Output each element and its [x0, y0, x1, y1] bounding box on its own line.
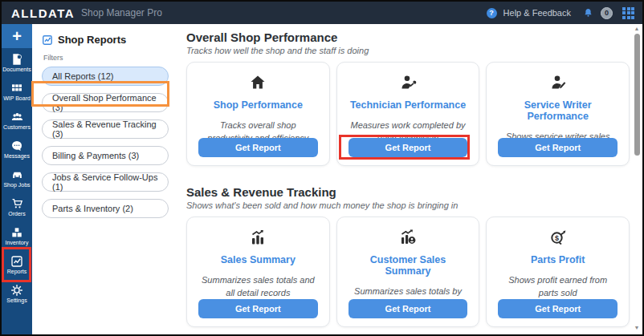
get-report-button-customer-sales-summary[interactable]: Get Report [348, 299, 468, 318]
notification-count-badge: 0 [601, 7, 613, 19]
filter-pill-all-reports[interactable]: All Reports (12) [42, 67, 169, 86]
sidebar-item-reports[interactable]: Reports [2, 250, 32, 279]
card-technician-performance: Technician Performance Measures work com… [336, 62, 480, 166]
reports-content: Overall Shop Performance Tracks how well… [175, 24, 633, 334]
filter-pill-jobs-service-follow-ups[interactable]: Jobs & Service Follow-Ups (1) [42, 172, 169, 192]
sidebar-item-wip-board[interactable]: WIP Board [2, 77, 32, 106]
card-sales-summary: Sales Summary Summarizes sales totals an… [186, 217, 330, 327]
get-report-button-service-writer-performance[interactable]: Get Report [498, 138, 618, 157]
card-shop-performance: Shop Performance Tracks overall shop pro… [186, 62, 330, 166]
card-title: Customer Sales Summary [348, 254, 468, 277]
bar-chart-icon [247, 228, 268, 247]
icon-sidebar: + Documents WIP Board [2, 24, 32, 334]
card-title: Technician Performance [350, 99, 466, 111]
card-description: Summarizes sales totals and all detail r… [198, 274, 318, 300]
service-writer-icon [548, 73, 569, 92]
customer-chart-icon [397, 228, 418, 247]
app-window: ALLDATA Shop Manager Pro ? Help & Feedba… [0, 0, 644, 336]
section-overall-shop-performance: Overall Shop Performance Tracks how well… [186, 30, 630, 166]
help-icon[interactable]: ? [487, 8, 497, 18]
filter-pill-billing-payments[interactable]: Billing & Payments (3) [42, 146, 169, 165]
vertical-scrollbar[interactable]: ▲ ▼ [633, 24, 642, 334]
people-icon [10, 111, 24, 123]
card-title: Sales Summary [221, 254, 296, 265]
card-description: Shows profit earned from parts sold [498, 274, 618, 300]
top-bar-right: ? Help & Feedback 0 [487, 7, 634, 19]
filter-pill-sales-revenue-tracking[interactable]: Sales & Revenue Tracking (3) [42, 119, 169, 139]
card-title: Shop Performance [214, 99, 303, 111]
sidebar-item-messages[interactable]: Messages [2, 135, 32, 164]
get-report-button-parts-profit[interactable]: Get Report [498, 299, 618, 318]
boxes-icon [10, 226, 23, 239]
get-report-button-technician-performance[interactable]: Get Report [348, 138, 468, 157]
gear-icon [10, 284, 23, 297]
add-button[interactable]: + [2, 24, 32, 48]
top-bar: ALLDATA Shop Manager Pro ? Help & Feedba… [2, 2, 642, 24]
card-service-writer-performance: Service Writer Performance Shows service… [486, 62, 630, 166]
sidebar-item-settings[interactable]: Settings [2, 279, 32, 308]
card-customer-sales-summary: Customer Sales Summary Summarizes sales … [336, 217, 480, 327]
get-report-button-shop-performance[interactable]: Get Report [198, 138, 318, 157]
grid-board-icon [10, 82, 23, 95]
scrollbar-up-arrow[interactable]: ▲ [633, 26, 641, 32]
filter-pill-overall-shop-performance[interactable]: Overall Shop Performance (3) [42, 93, 169, 112]
help-feedback-link[interactable]: Help & Feedback [503, 8, 571, 18]
card-parts-profit: $ Parts Profit Shows profit earned from … [486, 217, 630, 327]
card-title: Parts Profit [531, 254, 585, 265]
filters-panel-header: Shop Reports [42, 34, 167, 46]
section-title: Overall Shop Performance [186, 30, 630, 44]
filter-pill-parts-inventory[interactable]: Parts & Inventory (2) [42, 199, 169, 218]
apps-grid-icon[interactable] [622, 7, 634, 19]
parts-profit-icon: $ [548, 228, 569, 247]
svg-text:$: $ [555, 234, 559, 242]
chart-icon [10, 255, 23, 268]
home-icon [247, 73, 268, 92]
alldata-logo: ALLDATA [11, 6, 75, 20]
filters-label: Filters [43, 54, 167, 62]
sidebar-item-orders[interactable]: Orders [2, 192, 32, 221]
section-title: Sales & Revenue Tracking [186, 185, 630, 199]
get-report-button-sales-summary[interactable]: Get Report [198, 299, 318, 318]
filters-panel: Shop Reports Filters All Reports (12) Ov… [32, 24, 175, 334]
chat-bubble-icon [10, 140, 23, 152]
sidebar-item-shop-jobs[interactable]: Shop Jobs [2, 164, 32, 192]
sidebar-item-customers[interactable]: Customers [2, 106, 32, 135]
sidebar-item-inventory[interactable]: Inventory [2, 221, 32, 250]
app-title: Shop Manager Pro [81, 7, 162, 18]
technician-icon [397, 73, 418, 92]
section-subtitle: Shows what's been sold and how much mone… [186, 200, 630, 210]
shop-reports-icon [42, 34, 53, 46]
cart-icon [10, 197, 24, 210]
section-sales-revenue-tracking: Sales & Revenue Tracking Shows what's be… [186, 185, 630, 327]
filters-panel-title: Shop Reports [58, 34, 126, 46]
card-title: Service Writer Performance [498, 99, 618, 122]
section-subtitle: Tracks how well the shop and the staff i… [186, 46, 630, 55]
scrollbar-down-arrow[interactable]: ▼ [633, 325, 641, 331]
scrollbar-thumb[interactable] [634, 34, 640, 156]
notifications-bell-icon[interactable] [582, 7, 594, 19]
sidebar-item-documents[interactable]: Documents [2, 48, 32, 77]
car-icon [10, 168, 24, 181]
document-icon [10, 53, 23, 66]
